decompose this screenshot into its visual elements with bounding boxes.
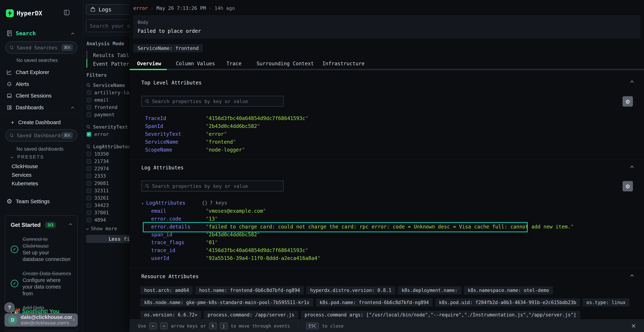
resource-tag-os-version[interactable]: os.version: 6.6.72+ <box>140 311 201 319</box>
attribute-key[interactable]: trace_flags <box>151 240 184 246</box>
analysis-mode-results-table[interactable]: Results Table <box>93 52 130 58</box>
user-profile[interactable]: D dale@clickhouse.com dale@clickhouse.co… <box>4 314 78 327</box>
resource-tag-process-command-args[interactable]: process.command args: ["/usr/local/bin/n… <box>301 311 580 319</box>
log-attributes-search-input[interactable]: Search properties by key or value <box>141 181 284 192</box>
checkbox[interactable] <box>86 98 91 102</box>
preset-item-kubernetes[interactable]: Kubernetes <box>12 179 38 188</box>
attribute-value[interactable]: "13" <box>206 216 218 222</box>
chevron-up-icon[interactable] <box>71 33 74 36</box>
preset-item-services[interactable]: Services <box>12 171 38 179</box>
checkbox[interactable] <box>86 174 91 178</box>
get-started-step[interactable]: ✓Create Data SourcesConfigure where your… <box>11 270 72 297</box>
checkbox[interactable] <box>86 218 91 222</box>
resource-tag-hyperdx-distro-version[interactable]: hyperdx.distro.version: 0.8.1 <box>306 286 395 294</box>
attribute-key[interactable]: ServiceName <box>145 139 178 145</box>
service-name-tag[interactable]: ServiceName: frontend <box>133 44 203 52</box>
saved-dashboards-input[interactable]: Saved Dashboards ⌘K <box>5 129 77 142</box>
filter-option-19350[interactable]: 19350 <box>86 150 130 158</box>
attribute-key[interactable]: span_id <box>151 232 172 238</box>
resource-tag-process-command[interactable]: process.command: /app/server.js <box>204 311 298 319</box>
filter-option-error[interactable]: error <box>86 130 130 138</box>
saved-searches-input[interactable]: Saved Searches ⌘K <box>5 42 77 54</box>
attribute-key[interactable]: SeverityText <box>145 131 181 137</box>
chevron-up-icon[interactable] <box>631 166 633 170</box>
attribute-value[interactable]: "failed to charge card: could not charge… <box>206 224 574 230</box>
checkbox[interactable] <box>86 152 91 156</box>
attribute-key[interactable]: email <box>151 208 166 214</box>
attribute-value[interactable]: "error" <box>206 131 227 137</box>
sidebar-collapse-icon[interactable] <box>64 9 70 16</box>
checkbox[interactable] <box>86 203 91 208</box>
get-started-step[interactable]: ✓Connect to ClickHouseSet up your databa… <box>11 236 72 263</box>
attribute-value[interactable]: "4156d3fbc40a64854d9dc7f68641593c" <box>206 248 308 253</box>
help-button[interactable]: ? <box>4 302 15 313</box>
attribute-value[interactable]: "01" <box>206 240 218 246</box>
resource-tag-os-type[interactable]: os.type: linux <box>582 298 630 306</box>
filter-option-2333[interactable]: 2333 <box>86 172 130 180</box>
chevron-up-icon[interactable] <box>631 275 633 278</box>
top-level-search-input[interactable]: Search properties by key or value <box>141 96 284 106</box>
tab-trace[interactable]: Trace <box>226 59 242 68</box>
sidebar-item-search[interactable]: Search <box>0 28 83 38</box>
checkbox[interactable] <box>86 188 91 193</box>
checkbox-checked[interactable] <box>86 132 91 137</box>
checkbox[interactable] <box>86 181 91 186</box>
filter-option-21734[interactable]: 21734 <box>86 158 130 165</box>
filter-option-4894[interactable]: 4894 <box>86 216 130 224</box>
sidebar-item-client-sessions[interactable]: Client Sessions <box>0 91 83 100</box>
attribute-key[interactable]: TraceId <box>145 116 166 121</box>
analysis-mode-event-patterns[interactable]: Event Patterns <box>93 61 130 67</box>
tab-overview[interactable]: Overview <box>137 59 161 68</box>
log-attributes-settings-button[interactable]: ⚙ <box>622 181 633 192</box>
checkbox[interactable] <box>86 105 91 110</box>
resource-tag-host-name[interactable]: host.name: frontend-6b6c8d7bfd-ng894 <box>195 286 304 294</box>
attribute-key[interactable]: trace_id <box>151 248 175 253</box>
sidebar-item-alerts[interactable]: Alerts <box>0 80 83 89</box>
checkbox[interactable] <box>86 112 91 117</box>
tab-infrastructure[interactable]: Infrastructure <box>322 59 364 68</box>
attribute-key[interactable]: SpanId <box>145 123 163 129</box>
checkbox[interactable] <box>86 90 91 95</box>
sidebar-item-chart-explorer[interactable]: Chart Explorer <box>0 68 83 77</box>
attribute-value[interactable]: "frontend" <box>206 139 236 145</box>
attribute-value[interactable]: "vmoses@example.com" <box>206 208 266 214</box>
filter-option-37801[interactable]: 37801 <box>86 209 130 216</box>
attribute-key[interactable]: error.code <box>151 216 182 222</box>
chevron-up-icon[interactable] <box>631 81 633 84</box>
attribute-value[interactable]: "node-logger" <box>206 147 245 153</box>
show-more-button[interactable]: Show more <box>86 224 130 232</box>
tab-column-values[interactable]: Column Values <box>176 59 215 68</box>
filter-option-33261[interactable]: 33261 <box>86 194 130 202</box>
filter-option-artillery-loa[interactable]: artillery-loa <box>86 89 130 96</box>
close-icon[interactable]: ✕ <box>631 322 636 330</box>
resource-tag-k8s-namespace-name[interactable]: k8s.namespace.name: otel-demo <box>464 286 553 294</box>
attribute-key[interactable]: userId <box>151 255 169 261</box>
attribute-value[interactable]: "4156d3fbc40a64854d9dc7f68641593c" <box>206 116 308 121</box>
checkbox[interactable] <box>86 210 91 215</box>
attribute-value[interactable]: "2b43d0c4dd6bc582" <box>206 123 260 129</box>
sidebar-item-team-settings[interactable]: ⚙ Team Settings <box>0 197 83 206</box>
filter-option-payment[interactable]: payment <box>86 111 130 118</box>
attribute-value[interactable]: "2b43d0c4dd6bc582" <box>206 232 260 238</box>
attribute-key[interactable]: error.details <box>151 224 190 230</box>
filter-option-34423[interactable]: 34423 <box>86 202 130 209</box>
preset-item-clickhouse[interactable]: ClickHouse <box>12 162 38 171</box>
filter-option-22974[interactable]: 22974 <box>86 165 130 172</box>
resource-tag-k8s-pod-uid[interactable]: k8s.pod.uid: f284fb2d-a0b3-4634-991b-e2c… <box>435 298 580 306</box>
checkbox[interactable] <box>86 159 91 164</box>
chevron-up-icon[interactable] <box>71 106 74 110</box>
filter-option-29081[interactable]: 29081 <box>86 180 130 187</box>
top-level-settings-button[interactable]: ⚙ <box>622 96 633 106</box>
resource-tag-k8s-node-name[interactable]: k8s.node.name: gke-pme-k8s-standard-main… <box>140 298 314 306</box>
filter-option-frontend[interactable]: frontend <box>86 104 130 111</box>
filter-option-email[interactable]: email <box>86 96 130 104</box>
chevron-up-icon[interactable] <box>70 224 72 227</box>
attribute-value[interactable]: "92a55156-39a4-11f0-8ddd-a2eca416a8a4" <box>206 255 320 261</box>
filter-option-32311[interactable]: 32311 <box>86 187 130 194</box>
checkbox[interactable] <box>86 166 91 171</box>
resource-tag-k8s-deployment-name[interactable]: k8s.deployment.name: <box>398 286 462 294</box>
create-dashboard-button[interactable]: + Create Dashboard <box>0 118 83 127</box>
presets-toggle[interactable]: PRESETS <box>11 154 44 160</box>
resource-tag-k8s-pod-name[interactable]: k8s.pod.name: frontend-6b6c8d7bfd-ng894 <box>316 298 433 306</box>
tab-surrounding-context[interactable]: Surrounding Context <box>256 59 314 68</box>
